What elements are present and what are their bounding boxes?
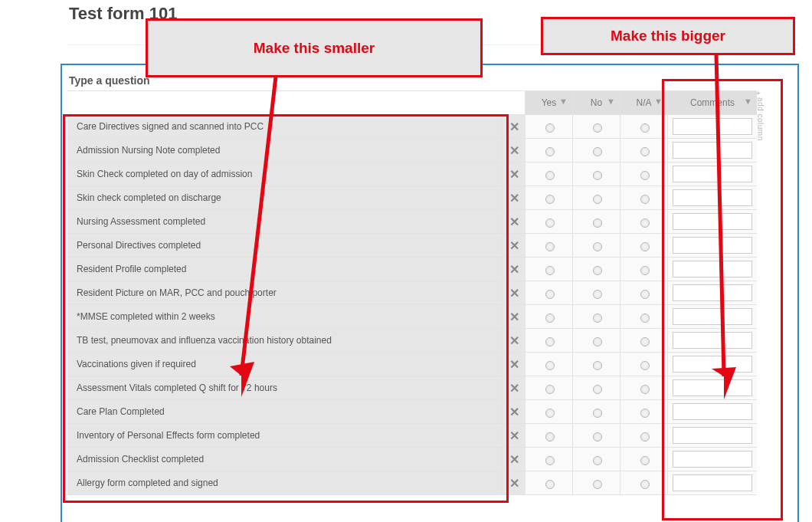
delete-row-button[interactable]: ✕ [503,305,526,328]
radio-option[interactable] [593,242,602,251]
radio-option[interactable] [593,337,602,346]
radio-option[interactable] [640,123,650,133]
radio-option[interactable] [640,480,650,489]
radio-option[interactable] [593,409,602,418]
radio-option[interactable] [545,361,555,370]
delete-row-button[interactable]: ✕ [503,210,526,233]
radio-option[interactable] [593,195,602,204]
question-cell[interactable]: *MMSE completed within 2 weeks [67,305,503,328]
comments-input[interactable] [673,332,752,349]
delete-row-button[interactable]: ✕ [503,400,526,423]
comments-input[interactable] [673,118,752,135]
question-cell[interactable]: Vaccinations given if required [67,353,503,376]
question-cell[interactable]: Resident Profile completed [67,258,503,281]
radio-option[interactable] [545,480,555,489]
radio-option[interactable] [593,266,602,275]
question-cell[interactable]: Admission Checklist completed [67,448,503,471]
radio-option[interactable] [545,242,555,251]
radio-option[interactable] [593,218,602,228]
delete-row-button[interactable]: ✕ [503,448,526,471]
question-cell[interactable]: Resident Picture on MAR, PCC and pouch p… [67,281,503,304]
question-cell[interactable]: Skin check completed on discharge [67,186,503,209]
delete-row-button[interactable]: ✕ [503,376,526,399]
delete-row-button[interactable]: ✕ [503,186,526,209]
question-cell[interactable]: Care Directives signed and scanned into … [67,115,503,138]
question-cell[interactable]: TB test, pneumovax and influenza vaccina… [67,329,503,352]
radio-option[interactable] [545,266,555,275]
delete-row-button[interactable]: ✕ [503,115,526,138]
radio-option[interactable] [640,218,650,228]
comments-input[interactable] [673,166,752,182]
comments-input[interactable] [673,403,752,420]
radio-option[interactable] [545,409,555,418]
delete-row-button[interactable]: ✕ [503,281,526,304]
comments-input[interactable] [673,474,752,491]
radio-option[interactable] [545,314,555,323]
radio-option[interactable] [593,361,602,370]
col-header-no[interactable]: No ▼ [573,91,620,114]
col-header-na[interactable]: N/A ▼ [620,91,668,114]
radio-option[interactable] [593,385,602,394]
radio-option[interactable] [640,337,650,346]
delete-row-button[interactable]: ✕ [503,424,526,447]
delete-row-button[interactable]: ✕ [503,139,526,162]
comments-input[interactable] [673,284,752,301]
delete-row-button[interactable]: ✕ [503,329,526,352]
question-cell[interactable]: Care Plan Completed [67,400,503,423]
radio-option[interactable] [640,409,650,418]
col-header-yes[interactable]: Yes ▼ [526,91,573,114]
radio-option[interactable] [640,314,650,323]
radio-option[interactable] [545,147,555,156]
question-cell[interactable]: Allergy form completed and signed [67,471,503,494]
question-cell[interactable]: Skin Check completed on day of admission [67,163,503,185]
question-cell[interactable]: Assessment Vitals completed Q shift for … [67,376,503,399]
comments-input[interactable] [673,237,752,254]
radio-option[interactable] [640,385,650,394]
radio-option[interactable] [640,171,650,180]
add-column-button[interactable]: +add column [756,89,767,150]
radio-option[interactable] [545,195,555,204]
radio-option[interactable] [640,456,650,465]
delete-row-button[interactable]: ✕ [503,471,526,494]
comments-input[interactable] [673,308,752,325]
radio-option[interactable] [545,385,555,394]
delete-row-button[interactable]: ✕ [503,163,526,185]
comments-input[interactable] [673,379,752,396]
question-input-placeholder[interactable]: Type a question [69,74,150,87]
radio-option[interactable] [545,218,555,228]
radio-option[interactable] [593,480,602,489]
delete-row-button[interactable]: ✕ [503,353,526,376]
radio-option[interactable] [640,432,650,442]
radio-option[interactable] [640,195,650,204]
comments-input[interactable] [673,356,752,373]
comments-input[interactable] [673,261,752,277]
radio-option[interactable] [640,361,650,370]
radio-option[interactable] [545,456,555,465]
radio-option[interactable] [545,123,555,133]
radio-option[interactable] [593,314,602,323]
radio-option[interactable] [593,123,602,133]
radio-option[interactable] [640,290,650,299]
radio-option[interactable] [640,242,650,251]
question-cell[interactable]: Admission Nursing Note completed [67,139,503,162]
radio-option[interactable] [545,290,555,299]
radio-option[interactable] [640,266,650,275]
question-cell[interactable]: Nursing Assessment completed [67,210,503,233]
comments-input[interactable] [673,427,752,444]
radio-option[interactable] [593,290,602,299]
question-cell[interactable]: Personal Directives completed [67,234,503,257]
radio-option[interactable] [545,337,555,346]
col-header-comments[interactable]: Comments ▼ [668,91,757,114]
delete-row-button[interactable]: ✕ [503,258,526,281]
radio-option[interactable] [545,432,555,442]
comments-input[interactable] [673,213,752,230]
radio-option[interactable] [640,147,650,156]
comments-input[interactable] [673,189,752,206]
question-cell[interactable]: Inventory of Personal Effects form compl… [67,424,503,447]
comments-input[interactable] [673,142,752,159]
comments-input[interactable] [673,451,752,468]
radio-option[interactable] [545,171,555,180]
radio-option[interactable] [593,171,602,180]
radio-option[interactable] [593,456,602,465]
radio-option[interactable] [593,432,602,442]
